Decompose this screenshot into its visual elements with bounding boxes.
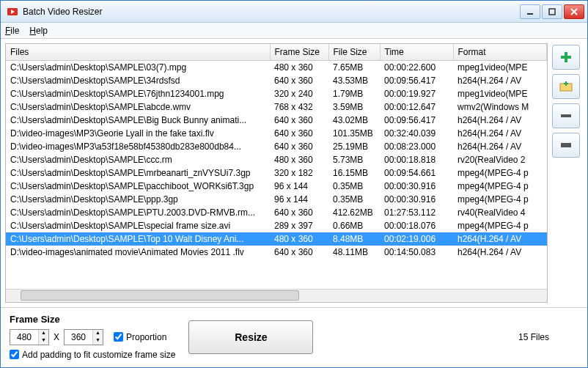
column-header[interactable]: Time <box>380 44 453 61</box>
cell: 320 x 182 <box>270 166 328 180</box>
cell: 768 x 432 <box>270 100 328 114</box>
column-header[interactable]: Files <box>6 44 270 61</box>
close-button[interactable] <box>564 4 584 19</box>
padding-label: Add padding to fit customize frame size <box>22 350 175 360</box>
cell: 00:00:30.916 <box>380 193 453 206</box>
cell: 96 x 144 <box>270 180 328 193</box>
width-spinner[interactable]: ▲▼ <box>10 329 49 345</box>
table-row[interactable]: D:\video-images\animated movie\Animated … <box>6 246 547 259</box>
menubar: File Help <box>1 23 587 39</box>
cell: mpeg4(MPEG-4 p <box>453 193 547 206</box>
menu-file[interactable]: File <box>5 26 19 36</box>
horizontal-scrollbar[interactable] <box>6 289 547 302</box>
height-input[interactable] <box>65 332 92 342</box>
proportion-checkbox[interactable] <box>114 332 123 342</box>
cell: 25.19MB <box>328 140 380 153</box>
table-row[interactable]: C:\Users\admin\Desktop\SAMPLE\76jthn1234… <box>6 87 547 100</box>
table-row[interactable]: C:\Users\admin\Desktop\SAMPLE\ccc.rm480 … <box>6 153 547 166</box>
titlebar: Batch Video Resizer <box>1 1 587 23</box>
width-up[interactable]: ▲ <box>38 330 48 337</box>
cell: C:\Users\admin\Desktop\SAMPLE\ccc.rm <box>6 153 270 166</box>
window-title: Batch Video Resizer <box>23 7 520 17</box>
cell: C:\Users\admin\Desktop\SAMPLE\abcde.wmv <box>6 100 270 114</box>
cell: 43.53MB <box>328 74 380 87</box>
cell: 480 x 360 <box>270 153 328 166</box>
cell: 412.62MB <box>328 206 380 219</box>
cell: mpeg4(MPEG-4 p <box>453 166 547 180</box>
column-header[interactable]: Format <box>453 44 547 61</box>
height-down[interactable]: ▼ <box>92 337 103 345</box>
table-row[interactable]: C:\Users\admin\Desktop\SAMPLE\Big Buck B… <box>6 114 547 127</box>
cell: 43.02MB <box>328 114 380 127</box>
file-count: 15 Files <box>518 332 549 342</box>
table-row[interactable]: C:\Users\admin\Desktop\SAMPLE\PTU.2003.D… <box>6 206 547 219</box>
cell: 289 x 397 <box>270 219 328 232</box>
table-row[interactable]: C:\Users\admin\Desktop\SAMPLE\mrbeanarti… <box>6 166 547 180</box>
cell: 01:27:53.112 <box>380 206 453 219</box>
folder-plus-icon <box>559 79 573 94</box>
cell: 00:00:19.927 <box>380 87 453 100</box>
cell: h264(H.264 / AV <box>453 74 547 87</box>
table-row[interactable]: C:\Users\admin\Desktop\SAMPLE\03(7).mpg4… <box>6 61 547 74</box>
cell: 0.35MB <box>328 180 380 193</box>
cell: 320 x 240 <box>270 87 328 100</box>
clear-button[interactable] <box>552 133 580 158</box>
cell: C:\Users\admin\Desktop\SAMPLE\ppp.3gp <box>6 193 270 206</box>
table-row[interactable]: C:\Users\admin\Desktop\SAMPLE\pacchiboot… <box>6 180 547 193</box>
menu-help[interactable]: Help <box>29 26 48 36</box>
add-file-button[interactable] <box>552 45 580 70</box>
cell: rv20(RealVideo 2 <box>453 153 547 166</box>
app-icon <box>7 6 18 18</box>
cell: C:\Users\admin\Desktop\SAMPLE\mrbeanarti… <box>6 166 270 180</box>
cell: 16.15MB <box>328 166 380 180</box>
minimize-button[interactable] <box>520 4 540 19</box>
cell: h264(H.264 / AV <box>453 114 547 127</box>
cell: h264(H.264 / AV <box>453 232 547 246</box>
cell: C:\Users\admin\Desktop\SAMPLE\76jthn1234… <box>6 87 270 100</box>
cell: 0.66MB <box>328 219 380 232</box>
height-up[interactable]: ▲ <box>92 330 103 337</box>
cell: 00:00:12.647 <box>380 100 453 114</box>
cell: 00:02:19.006 <box>380 232 453 246</box>
bottom-panel: Frame Size ▲▼ X ▲▼ Proportion Add paddin… <box>1 307 587 368</box>
resize-button[interactable]: Resize <box>188 320 313 354</box>
framesize-label: Frame Size <box>10 314 175 325</box>
cell: mpeg4(MPEG-4 p <box>453 180 547 193</box>
cell: 640 x 360 <box>270 127 328 140</box>
cell: C:\Users\admin\Desktop\SAMPLE\03(7).mpg <box>6 61 270 74</box>
padding-checkbox[interactable] <box>10 350 19 359</box>
minus-icon <box>559 108 573 123</box>
table-row[interactable]: C:\Users\admin\Desktop\SAMPLE\34rdsfsd64… <box>6 74 547 87</box>
cell: mpeg1video(MPE <box>453 87 547 100</box>
cell: D:\video-images\animated movie\Animated … <box>6 246 270 259</box>
cell: 101.35MB <box>328 127 380 140</box>
table-row[interactable]: C:\Users\admin\Desktop\SAMPLE\Top 10 Wal… <box>6 232 547 246</box>
svg-rect-3 <box>549 9 555 15</box>
add-folder-button[interactable] <box>552 74 580 99</box>
cell: 96 x 144 <box>270 193 328 206</box>
table-row[interactable]: C:\Users\admin\Desktop\SAMPLE\abcde.wmv7… <box>6 100 547 114</box>
remove-button[interactable] <box>552 103 580 128</box>
table-row[interactable]: C:\Users\admin\Desktop\SAMPLE\special fr… <box>6 219 547 232</box>
cell: 00:00:18.076 <box>380 219 453 232</box>
cell: D:\video-images\MP3\a53f18e58bf45380db28… <box>6 140 270 153</box>
column-header[interactable]: File Size <box>328 44 380 61</box>
cell: rv40(RealVideo 4 <box>453 206 547 219</box>
cell: 00:09:56.417 <box>380 74 453 87</box>
cell: mpeg4(MPEG-4 p <box>453 219 547 232</box>
table-row[interactable]: D:\video-images\MP3\Georie Lyall in the … <box>6 127 547 140</box>
file-table: FilesFrame SizeFile SizeTimeFormat C:\Us… <box>5 43 548 303</box>
cell: wmv2(Windows M <box>453 100 547 114</box>
width-down[interactable]: ▼ <box>38 337 48 345</box>
cell: mpeg1video(MPE <box>453 61 547 74</box>
cell: C:\Users\admin\Desktop\SAMPLE\Top 10 Wal… <box>6 232 270 246</box>
maximize-button[interactable] <box>542 4 562 19</box>
table-row[interactable]: D:\video-images\MP3\a53f18e58bf45380db28… <box>6 140 547 153</box>
cell: C:\Users\admin\Desktop\SAMPLE\34rdsfsd <box>6 74 270 87</box>
table-row[interactable]: C:\Users\admin\Desktop\SAMPLE\ppp.3gp96 … <box>6 193 547 206</box>
cell: 640 x 360 <box>270 114 328 127</box>
cell: 5.73MB <box>328 153 380 166</box>
height-spinner[interactable]: ▲▼ <box>64 329 103 345</box>
width-input[interactable] <box>10 332 38 342</box>
column-header[interactable]: Frame Size <box>270 44 328 61</box>
